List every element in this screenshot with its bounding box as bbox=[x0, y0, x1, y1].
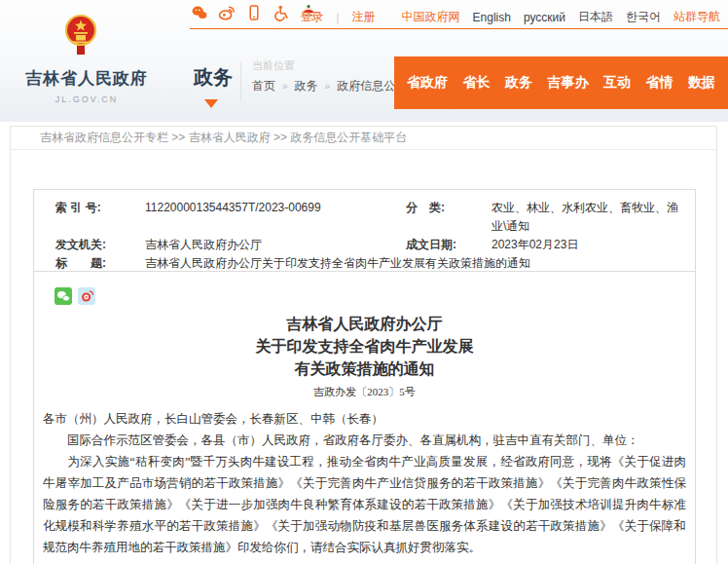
weibo-icon[interactable] bbox=[218, 4, 236, 21]
nav-tab-governor[interactable]: 省长 bbox=[463, 74, 491, 92]
document-paragraph: 国际合作示范区管委会，各县（市）人民政府，省政府各厅委办、各直属机构，驻吉中直有… bbox=[43, 430, 686, 451]
meta-category-value: 农业、林业、水利农业、畜牧业、渔业\通知 bbox=[491, 199, 685, 236]
lang-russian-link[interactable]: русский bbox=[524, 11, 565, 24]
site-domain: JL.GOV.CN bbox=[25, 94, 148, 104]
login-register-divider: | bbox=[336, 11, 339, 24]
breadcrumb: 首页 » 政务 » 政府信息公开 bbox=[252, 78, 407, 94]
nav-tab-jishiban[interactable]: 吉事办 bbox=[548, 74, 589, 92]
gov-cn-link[interactable]: 中国政府网 bbox=[402, 9, 460, 25]
wechat-share-icon[interactable] bbox=[55, 287, 72, 305]
page: 登录 | 注册 中国政府网 English русский 日本語 한국어 站群… bbox=[0, 0, 728, 564]
site-header: 登录 | 注册 中国政府网 English русский 日本語 한국어 站群… bbox=[0, 0, 728, 122]
accessibility-icon[interactable] bbox=[273, 4, 290, 21]
topbar-links: 登录 | 注册 中国政府网 English русский 日本語 한국어 站群… bbox=[300, 9, 720, 25]
breadcrumb-separator: » bbox=[282, 81, 288, 92]
nav-tab-interaction[interactable]: 互动 bbox=[603, 74, 631, 92]
section-title: 政务 bbox=[194, 64, 233, 91]
nav-tab-data[interactable]: 数据 bbox=[688, 74, 715, 92]
nav-tab-province-info[interactable]: 省情 bbox=[646, 74, 673, 92]
meta-index-value: 1122000013544357T/2023-00699 bbox=[145, 199, 406, 236]
header-vertical-divider bbox=[240, 62, 241, 101]
wechat-icon[interactable] bbox=[191, 4, 208, 21]
site-title: 吉林省人民政府 bbox=[25, 67, 148, 90]
mobile-phone-icon[interactable] bbox=[245, 4, 263, 21]
path-breadcrumb-bar[interactable]: 吉林省政府信息公开专栏 >> 吉林省人民政府 >> 政务信息公开基础平台 bbox=[11, 127, 716, 150]
weibo-share-icon[interactable] bbox=[78, 287, 95, 305]
document-paragraph: 为深入实施“秸秆变肉”暨千万头肉牛建设工程，推动全省肉牛产业高质量发展，经省政府… bbox=[43, 451, 686, 558]
breadcrumb-home[interactable]: 首页 bbox=[252, 78, 275, 94]
meta-category-label: 分 类: bbox=[406, 199, 491, 236]
meta-index-label: 索 引 号: bbox=[55, 199, 145, 236]
national-emblem-icon bbox=[64, 14, 97, 62]
meta-issuer-value: 吉林省人民政府办公厅 bbox=[145, 236, 406, 254]
nav-tab-zhengwu[interactable]: 政务 bbox=[505, 74, 532, 92]
meta-written-date-label: 成文日期: bbox=[406, 236, 491, 254]
main-nav: 省政府 省长 政务 吉事办 互动 省情 数据 bbox=[394, 56, 728, 109]
section-caret-icon bbox=[204, 99, 218, 115]
nav-tab-provincial-gov[interactable]: 省政府 bbox=[407, 74, 448, 92]
register-link[interactable]: 注册 bbox=[352, 9, 376, 25]
meta-issuer-label: 发文机关: bbox=[55, 236, 145, 254]
login-link[interactable]: 登录 bbox=[300, 9, 323, 25]
lang-korean-link[interactable]: 한국어 bbox=[626, 9, 661, 25]
site-group-nav-link[interactable]: 站群导航 bbox=[673, 9, 720, 25]
breadcrumb-zhengwu[interactable]: 政务 bbox=[295, 78, 318, 94]
document-title-line1: 吉林省人民政府办公厅 bbox=[34, 313, 695, 335]
share-icons-row bbox=[34, 272, 695, 305]
breadcrumb-separator: » bbox=[325, 81, 331, 92]
lang-english-link[interactable]: English bbox=[473, 11, 511, 24]
lang-japanese-link[interactable]: 日本語 bbox=[578, 9, 613, 25]
document-title-line2: 关于印发支持全省肉牛产业发展 bbox=[34, 335, 695, 357]
topbar-accent-line bbox=[190, 28, 728, 29]
topbar-social-icons bbox=[191, 4, 317, 21]
content-container: 吉林省政府信息公开专栏 >> 吉林省人民政府 >> 政务信息公开基础平台 索 引… bbox=[10, 126, 717, 564]
document-title: 吉林省人民政府办公厅 关于印发支持全省肉牛产业发展 有关政策措施的通知 bbox=[34, 313, 695, 380]
document-title-line3: 有关政策措施的通知 bbox=[34, 357, 695, 380]
document-text: 各市（州）人民政府，长白山管委会，长春新区、中韩（长春） 国际合作示范区管委会，… bbox=[34, 408, 695, 558]
document-number: 吉政办发〔2023〕5号 bbox=[34, 385, 695, 399]
meta-written-date-value: 2023年02月23日 bbox=[491, 236, 685, 254]
current-location-label: 当前位置 bbox=[252, 58, 295, 73]
document-paragraph: 各市（州）人民政府，长白山管委会，长春新区、中韩（长春） bbox=[43, 408, 686, 430]
document-body-panel: 吉林省人民政府办公厅 关于印发支持全省肉牛产业发展 有关政策措施的通知 吉政办发… bbox=[33, 271, 696, 564]
